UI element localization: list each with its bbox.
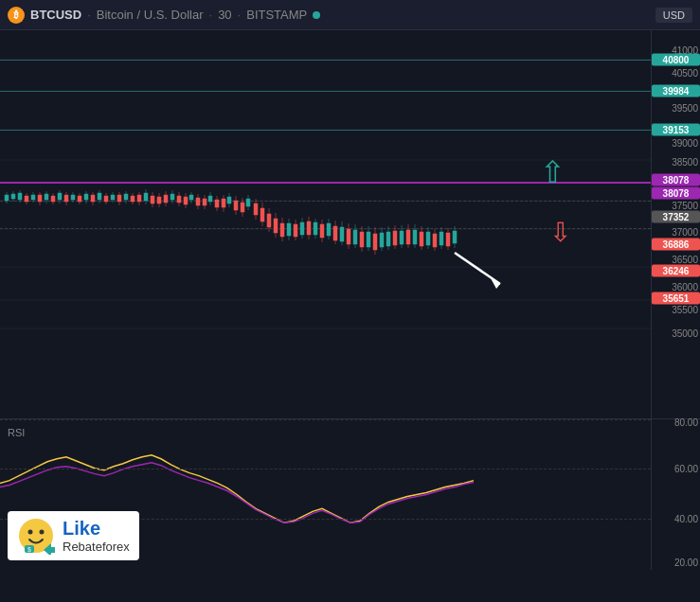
currency-badge[interactable]: USD: [655, 8, 692, 23]
chart-header: ₿ BTCUSD · Bitcoin / U.S. Dollar · 30 · …: [0, 0, 700, 30]
price-40800-badge: 40800: [652, 53, 700, 65]
exchange-label: BITSTAMP: [246, 8, 307, 22]
watermark-text: Like Rebateforex: [63, 518, 130, 554]
watermark-icon: $: [17, 517, 55, 555]
rsi-80-line: [0, 419, 651, 420]
btc-icon: ₿: [8, 7, 25, 24]
rsi-axis: 80.00 60.00 40.00 20.00: [651, 419, 700, 570]
price-37000: 37000: [672, 227, 698, 238]
live-indicator: [313, 11, 320, 19]
svg-line-147: [455, 253, 500, 284]
price-38078-up-badge: 38078: [652, 173, 700, 186]
rsi-panel: RSI $ L: [0, 418, 700, 570]
price-39000: 39000: [672, 137, 698, 148]
symbol-text: BTCUSD: [30, 8, 81, 22]
price-37352-badge: 37352: [652, 210, 700, 222]
svg-point-151: [40, 530, 45, 535]
down-arrow: ⇩: [549, 217, 571, 248]
svg-point-150: [28, 530, 33, 535]
chart-container: ⇧ ⇩ 41000 40800 40500 39984 39500 39153 …: [0, 30, 700, 418]
price-36500: 36500: [672, 254, 698, 264]
watermark-like: Like: [63, 518, 130, 540]
price-37500: 37500: [672, 200, 698, 210]
price-36886-badge: 36886: [652, 238, 700, 250]
price-35651-badge: 35651: [652, 292, 700, 304]
rsi-60-label: 60.00: [674, 464, 698, 474]
price-35500: 35500: [672, 305, 698, 315]
up-arrow: ⇧: [540, 154, 565, 190]
price-39984-badge: 39984: [652, 84, 700, 97]
price-36246-badge: 36246: [652, 265, 700, 277]
svg-text:$: $: [27, 546, 31, 553]
price-40500: 40500: [672, 68, 698, 79]
watermark-brand: Rebateforex: [63, 540, 130, 554]
pair-name: Bitcoin / U.S. Dollar: [97, 8, 204, 22]
rsi-80-label: 80.00: [674, 417, 698, 428]
chart-main[interactable]: ⇧ ⇩: [0, 30, 651, 418]
price-39153-badge: 39153: [652, 123, 700, 135]
price-35000: 35000: [672, 328, 698, 338]
price-axis: 41000 40800 40500 39984 39500 39153 3900…: [651, 30, 700, 418]
price-38078-dn-badge: 38078: [652, 187, 700, 200]
separator: ·: [87, 8, 91, 22]
rsi-60-line: [0, 469, 651, 469]
interval-label: 30: [218, 8, 231, 22]
rsi-40-label: 40.00: [674, 513, 698, 523]
rsi-20-label: 20.00: [674, 558, 698, 568]
rsi-chart[interactable]: RSI $ L: [0, 419, 651, 570]
rsi-label: RSI: [8, 427, 25, 438]
watermark: $ Like Rebateforex: [8, 511, 139, 560]
price-39500: 39500: [672, 103, 698, 114]
price-36000: 36000: [672, 281, 698, 292]
price-38500: 38500: [672, 157, 698, 168]
